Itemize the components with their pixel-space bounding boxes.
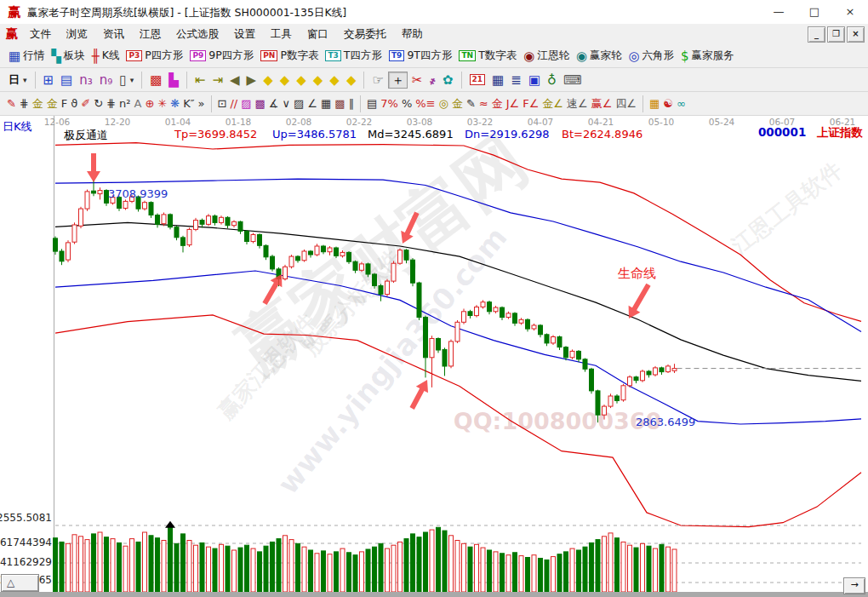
scrollbar-track[interactable] <box>0 592 868 597</box>
prev-bar-button[interactable]: ◀ <box>227 72 243 88</box>
golden-circle-button[interactable]: ◎ <box>437 96 450 112</box>
crosshair-button[interactable]: ＋ <box>388 72 408 89</box>
cycle-circle-button[interactable]: ↻ <box>92 96 105 112</box>
pane-toggle-button[interactable]: △ <box>1 574 39 592</box>
fan-grid-button[interactable]: ▩ <box>253 96 266 112</box>
menu-item-窗口[interactable]: 窗口 <box>300 27 336 42</box>
mdi-minimize-button[interactable]: _ <box>808 26 825 43</box>
j-angle-button[interactable]: J∠ <box>505 96 522 112</box>
pattern-tool-button[interactable]: ✿ <box>440 72 456 88</box>
fan-lines-button[interactable]: // <box>228 96 239 112</box>
k-quote-button[interactable]: K″ <box>181 96 196 112</box>
next-bar-button[interactable]: ▶ <box>244 72 260 88</box>
taiji-button[interactable]: ☯ <box>661 96 675 112</box>
zoom-in-button[interactable]: ◆ <box>311 72 326 88</box>
menu-item-浏览[interactable]: 浏览 <box>59 27 95 42</box>
save-button[interactable]: ▣ <box>526 72 543 88</box>
infinity-button[interactable]: ∞ <box>675 96 688 112</box>
measure-tool-button[interactable]: ✂ <box>409 72 425 88</box>
network-button[interactable]: ♁ <box>545 72 559 88</box>
menu-item-帮助[interactable]: 帮助 <box>394 27 431 42</box>
angle-line-button[interactable]: ∠ <box>306 96 319 112</box>
menu-item-文件[interactable]: 文件 <box>22 27 59 42</box>
kline-button[interactable]: ╫K线 <box>89 48 123 64</box>
p9-square-button[interactable]: P99P四方形 <box>187 48 256 64</box>
info-panel-button[interactable]: ▤ <box>58 72 75 88</box>
quote-button[interactable]: ▦行情 <box>6 48 47 64</box>
mdi-restore-button[interactable]: ❐ <box>827 26 845 43</box>
menu-item-设置[interactable]: 设置 <box>226 27 263 42</box>
golden-channel-button[interactable]: 金 <box>45 96 60 112</box>
brush-tool-button[interactable]: ✎ <box>5 96 18 112</box>
t-number-button[interactable]: TNT数字表 <box>456 48 519 64</box>
f-angle-button[interactable]: F∠ <box>521 96 540 112</box>
fan-box-button[interactable]: ▨ <box>239 96 253 112</box>
color-grid-button[interactable]: ▦ <box>648 96 661 112</box>
web-grid-button[interactable]: ❋ <box>168 96 181 112</box>
percent-line-button[interactable]: %≡ <box>414 96 437 112</box>
first-bar-button[interactable]: ⇤ <box>192 72 208 88</box>
kline-canvas[interactable]: 赢家财富网www.yingjia360.com江恩工具软件股票分析软件赢家江恩软… <box>0 116 868 597</box>
maximize-button[interactable]: □ <box>797 0 832 24</box>
chart-area[interactable]: 日K线 12-0612-2001-0401-1802-0802-2203-080… <box>0 116 868 597</box>
speed-angle-button[interactable]: 速∠ <box>565 96 590 112</box>
last-bar-button[interactable]: ⇥ <box>209 72 226 88</box>
window-layout-button[interactable]: ⊞ <box>41 72 57 88</box>
price-scale-button[interactable]: ▤ <box>365 96 379 112</box>
close-button[interactable]: × <box>832 0 868 24</box>
gann-target-button[interactable]: ⊕ <box>143 96 156 112</box>
t-square-button[interactable]: T3T四方形 <box>323 48 385 64</box>
annotate-pen-button[interactable]: ✎ <box>465 96 477 112</box>
sector-button[interactable]: ▚板块 <box>49 48 88 64</box>
menu-item-交易委托[interactable]: 交易委托 <box>336 27 394 42</box>
calculator-button[interactable]: ▦ <box>489 72 506 88</box>
memo-button[interactable]: ≣ <box>508 72 524 88</box>
p-square-button[interactable]: P3P四方形 <box>123 48 186 64</box>
more-tools-button[interactable]: » <box>197 96 207 112</box>
mini-chart-3-button[interactable]: n₃ <box>77 72 95 88</box>
parallel-lines-button[interactable]: ∥ <box>347 96 357 112</box>
period-selector[interactable]: 日▾ <box>6 72 30 89</box>
n-square-button[interactable]: n² <box>117 96 132 112</box>
golden-band-button[interactable]: 金 <box>490 96 505 112</box>
scroll-right-button[interactable]: → <box>843 577 865 594</box>
menu-item-工具[interactable]: 工具 <box>263 27 300 42</box>
hexagon-button[interactable]: ◎六角形 <box>625 48 677 64</box>
color-histogram-button[interactable]: ▙ <box>166 72 181 88</box>
starburst-button[interactable]: ✳ <box>156 96 168 112</box>
menu-item-公式选股[interactable]: 公式选股 <box>168 27 226 42</box>
winner-service-button[interactable]: $赢家服务 <box>678 48 737 64</box>
time-ruler-button[interactable]: ⋕ <box>18 96 31 112</box>
four-angle-button[interactable]: 四∠ <box>614 96 638 112</box>
percent-button[interactable]: % <box>400 96 414 112</box>
hand-tool-button[interactable]: ☞ <box>369 72 385 88</box>
fan-square-button[interactable]: ▨ <box>292 96 306 112</box>
golden-angle-button[interactable]: 金∠ <box>540 96 565 112</box>
golden-line-button[interactable]: 金 <box>450 96 465 112</box>
t9-square-button[interactable]: T99T四方形 <box>386 48 455 64</box>
golden-wave-button[interactable]: ≈ <box>477 96 490 112</box>
gann-mark-button[interactable]: ҂ <box>426 72 438 88</box>
expand-view-button[interactable]: ◆ <box>344 72 359 88</box>
candle-style-button[interactable]: ▯▾ <box>117 72 136 88</box>
mini-chart-9-button[interactable]: n₉ <box>97 72 116 88</box>
calendar-button[interactable]: 21 <box>467 73 488 86</box>
zoom-out-button[interactable]: ◆ <box>294 72 309 88</box>
text-tool-button[interactable]: A <box>133 96 144 112</box>
mdi-close-button[interactable]: × <box>847 26 865 43</box>
fibonacci-button[interactable]: F <box>60 96 69 112</box>
compress-view-button[interactable]: ◆ <box>327 72 342 88</box>
wave-line-button[interactable]: ∨ <box>280 96 292 112</box>
menu-item-江恩[interactable]: 江恩 <box>132 27 168 42</box>
spiral-button[interactable]: ϑ <box>69 96 79 112</box>
big-grid-button[interactable]: ▦ <box>319 96 333 112</box>
pan-right-button[interactable]: ◆ <box>277 72 293 88</box>
seven-percent-button[interactable]: 7% <box>379 96 400 112</box>
multi-window-button[interactable]: ▩ <box>147 72 164 88</box>
minimize-button[interactable]: — <box>761 0 797 24</box>
winner-angle-button[interactable]: 赢∠ <box>590 96 614 112</box>
print-button[interactable]: ⌨ <box>561 72 585 88</box>
gann-wheel-button[interactable]: ◉江恩轮 <box>521 48 572 64</box>
gann-box-button[interactable]: ⊡ <box>216 96 229 112</box>
angle-fan-button[interactable]: ∡ <box>267 96 281 112</box>
